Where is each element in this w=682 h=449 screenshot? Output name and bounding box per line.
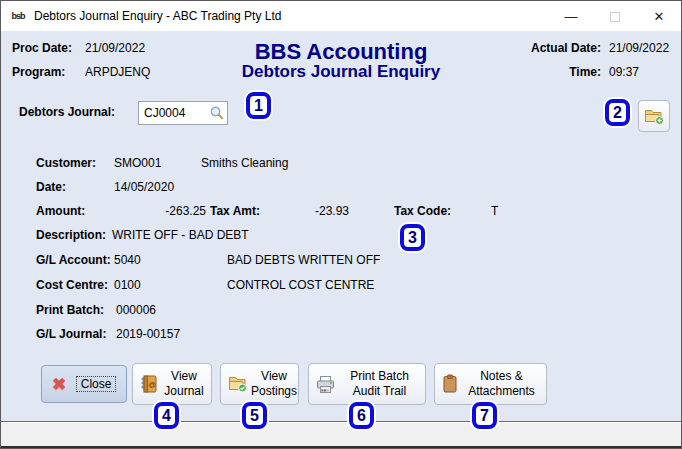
- caption-buttons: — ✕: [549, 1, 681, 32]
- maximize-button[interactable]: [593, 1, 637, 32]
- folder-plus-icon: [644, 107, 664, 125]
- time-label: Time:: [501, 65, 601, 79]
- journal-book-icon: @: [140, 374, 158, 394]
- svg-text:@: @: [148, 380, 156, 389]
- amount-value: -263.25: [121, 204, 206, 218]
- callout-6: 6: [349, 402, 374, 429]
- debtors-journal-label: Debtors Journal:: [19, 105, 115, 119]
- tax-code-value: T: [491, 204, 498, 218]
- status-bar: [1, 422, 681, 448]
- description-value: WRITE OFF - BAD DEBT: [112, 228, 249, 242]
- customer-name: Smiths Cleaning: [201, 156, 288, 170]
- notes-attachments-button[interactable]: Notes & Attachments: [434, 363, 547, 405]
- actual-date-label: Actual Date:: [501, 41, 601, 55]
- window-bottom-edge: [1, 446, 681, 448]
- cost-centre-code: 0100: [114, 278, 141, 292]
- view-journal-label: View Journal: [161, 369, 207, 399]
- view-postings-button[interactable]: View Postings: [220, 363, 299, 405]
- print-batch-audit-trail-label: Print Batch Audit Trail: [338, 369, 421, 399]
- debtors-journal-lookup: [138, 101, 228, 125]
- view-postings-label: View Postings: [251, 369, 297, 399]
- tax-amt-label: Tax Amt:: [210, 204, 260, 218]
- folder-check-icon: [228, 375, 248, 393]
- titlebar: bsb Debtors Journal Enquiry - ABC Tradin…: [1, 1, 681, 32]
- view-journal-button[interactable]: @ View Journal: [132, 363, 212, 405]
- tax-amt-value: -23.93: [269, 204, 349, 218]
- gl-account-name: BAD DEBTS WRITTEN OFF: [227, 253, 380, 267]
- cost-centre-label: Cost Centre:: [36, 278, 108, 292]
- close-button[interactable]: ✖ Close: [41, 365, 127, 403]
- printer-icon: [316, 375, 335, 394]
- gl-journal-value: 2019-00157: [116, 327, 180, 341]
- customer-code: SMO001: [114, 156, 161, 170]
- close-window-button[interactable]: ✕: [637, 1, 681, 32]
- notes-attachments-label: Notes & Attachments: [461, 369, 542, 399]
- actual-date-value: 21/09/2022: [609, 41, 669, 55]
- callout-3: 3: [400, 224, 425, 251]
- cost-centre-name: CONTROL COST CENTRE: [227, 278, 374, 292]
- print-batch-label: Print Batch:: [36, 303, 104, 317]
- callout-7: 7: [472, 402, 497, 429]
- amount-label: Amount:: [36, 204, 85, 218]
- close-button-label: Close: [76, 376, 117, 392]
- callout-5: 5: [242, 402, 267, 429]
- clipboard-notes-icon: [442, 374, 458, 394]
- debtors-journal-enquiry-window: bsb Debtors Journal Enquiry - ABC Tradin…: [0, 0, 682, 449]
- description-label: Description:: [36, 228, 106, 242]
- minimize-button[interactable]: —: [549, 1, 593, 32]
- callout-1: 1: [246, 92, 271, 119]
- time-value: 09:37: [609, 65, 639, 79]
- callout-4: 4: [154, 402, 179, 429]
- date-label: Date:: [36, 180, 66, 194]
- date-value: 14/05/2020: [114, 180, 174, 194]
- gl-journal-label: G/L Journal:: [36, 327, 106, 341]
- print-batch-value: 000006: [116, 303, 156, 317]
- app-logo-icon: bsb: [8, 6, 28, 26]
- maximize-icon: [610, 12, 620, 22]
- attachments-quick-button[interactable]: [638, 100, 670, 132]
- print-batch-audit-trail-button[interactable]: Print Batch Audit Trail: [308, 363, 426, 405]
- gl-account-code: 5040: [114, 253, 141, 267]
- tax-code-label: Tax Code:: [394, 204, 451, 218]
- gl-account-label: G/L Account:: [36, 253, 111, 267]
- search-icon[interactable]: [209, 105, 225, 121]
- close-x-icon: ✖: [52, 374, 66, 395]
- callout-2: 2: [605, 99, 630, 126]
- window-title: Debtors Journal Enquiry - ABC Trading Pt…: [34, 9, 281, 23]
- customer-label: Customer:: [36, 156, 96, 170]
